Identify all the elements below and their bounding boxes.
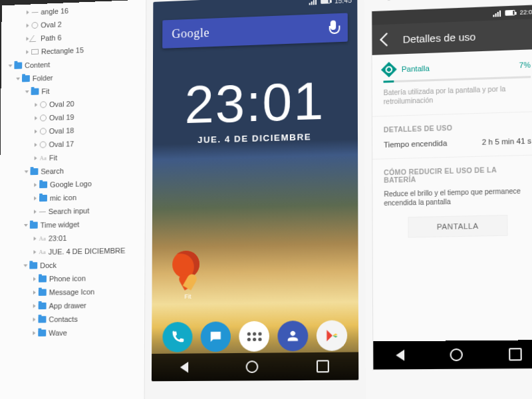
fit-app-label: Fit [184,293,191,300]
disclosure-icon[interactable] [34,209,37,213]
layer-label: Fit [49,154,57,162]
signal-icon [309,0,317,5]
layer-row[interactable]: App drawer [0,298,144,313]
details-section: DETALLES DE USO Tiempo encendida 2 h 5 m… [372,112,532,160]
disclosure-icon[interactable] [35,103,37,107]
drawer-dots-icon [247,332,261,341]
brightness-icon [381,62,397,77]
disclosure-icon[interactable] [27,23,29,27]
layer-label: Oval 17 [49,140,74,148]
disclosure-icon[interactable] [25,90,29,93]
details-header: DETALLES DE USO [384,122,531,134]
android-nav-bar [152,352,358,381]
layer-label: 23:01 [49,234,66,243]
nav-recent-icon[interactable] [509,348,522,360]
layer-label: Search input [49,207,90,215]
disclosure-icon[interactable] [35,143,37,147]
disclosure-icon[interactable] [33,331,35,335]
disclosure-icon[interactable] [33,291,36,295]
layer-label: App drawer [49,301,86,310]
disclosure-icon[interactable] [34,237,37,241]
layer-label: Dock [40,261,57,270]
nav-home-icon[interactable] [246,360,259,373]
layer-label: Path 6 [41,33,61,42]
reduce-header: CÓMO REDUCIR EL USO DE LA BATERÍA [384,165,532,184]
disclosure-icon[interactable] [35,156,37,160]
dock-app-drawer[interactable] [239,321,269,352]
fit-app-icon[interactable]: Fit [179,274,197,300]
dock [152,320,358,352]
screen-usage-label: Pantalla [402,61,512,73]
screen-usage-section: Pantalla 7% Batería utilizada por la pan… [372,49,532,117]
disclosure-icon[interactable] [26,37,29,41]
layer-row[interactable]: Wave [0,325,144,340]
settings-title: Detalles de uso [403,31,476,45]
dock-phone-icon[interactable] [162,322,192,352]
layer-label: Oval 20 [49,100,74,108]
google-logo: Google [172,25,209,41]
disclosure-icon[interactable] [33,304,36,308]
layer-label: Wave [49,329,67,337]
disclosure-icon[interactable] [34,183,37,187]
layer-row[interactable]: Contacts [0,311,144,327]
battery-icon [321,0,331,4]
search-bar[interactable]: Google [162,13,348,49]
disclosure-icon[interactable] [24,224,28,227]
on-time-label: Tiempo encendida [384,139,448,149]
layer-label: Fit [41,87,49,95]
status-time: 15:45 [334,0,352,5]
layer-tree-panel: angle 16Oval 2Path 6Rectangle 15ContentF… [0,0,146,399]
nav-back-icon[interactable] [180,362,188,373]
settings-phone-mockup: 22:01 Detalles de uso Pantalla 7% Baterí… [371,4,532,370]
layer-label: Oval 18 [49,126,74,135]
layer-label: Phone icon [49,274,86,283]
usage-bar [384,76,531,82]
screen-usage-percent: 7% [519,61,531,69]
canvas: 15:45 Google 23:01 JUE. 4 DE DICIEMBRE F… [145,0,366,399]
signal-icon [493,10,501,17]
heart-icon [179,274,197,292]
screen-usage-sub: Batería utilizada por la pantalla y por … [384,84,531,106]
back-arrow-icon[interactable] [380,33,394,46]
right-column: Settings Mask Scale Flatten 22:01 Detall… [364,0,532,399]
reduce-section: CÓMO REDUCIR EL USO DE LA BATERÍA Reduce… [372,155,532,248]
disclosure-icon[interactable] [35,130,37,134]
disclosure-icon[interactable] [23,264,27,267]
disclosure-icon[interactable] [34,196,37,200]
nav-back-icon[interactable] [396,350,404,361]
layer-label: Oval 2 [41,20,61,29]
date-widget: JUE. 4 DE DICIEMBRE [152,130,358,146]
layer-label: JUE. 4 DE DICIEMBRE [49,247,126,256]
dock-contacts-icon[interactable] [277,321,308,351]
disclosure-icon[interactable] [9,65,13,67]
disclosure-icon[interactable] [16,78,20,80]
layer-label: Oval 19 [49,113,74,122]
layer-label: Google Logo [50,180,92,189]
disclosure-icon[interactable] [35,116,37,120]
pantalla-button[interactable]: PANTALLA [408,215,507,237]
nav-recent-icon[interactable] [317,360,329,372]
mic-icon[interactable] [329,20,338,35]
layer-label: Content [25,61,50,69]
layer-label: Message Icon [49,287,95,296]
disclosure-icon[interactable] [25,170,29,173]
disclosure-icon[interactable] [33,250,36,254]
dock-play-icon[interactable] [317,320,347,351]
disclosure-icon[interactable] [27,11,29,15]
layer-label: Folder [33,74,53,82]
layer-label: Time widget [41,220,80,229]
status-bar: 15:45 [153,0,357,14]
battery-icon [505,10,515,16]
disclosure-icon[interactable] [33,277,36,281]
layer-label: angle 16 [41,7,68,16]
settings-nav-bar [373,340,532,369]
clock-widget: 23:01 [153,72,358,132]
on-time-value: 2 h 5 min 41 s [482,136,532,146]
toolbar-left-label: Settings [371,0,394,1]
reduce-body: Reduce el brillo y el tiempo que permane… [384,186,532,207]
nav-home-icon[interactable] [450,348,463,361]
settings-status-time: 22:01 [519,9,532,16]
disclosure-icon[interactable] [33,317,36,321]
disclosure-icon[interactable] [26,50,29,54]
dock-message-icon[interactable] [201,321,231,352]
